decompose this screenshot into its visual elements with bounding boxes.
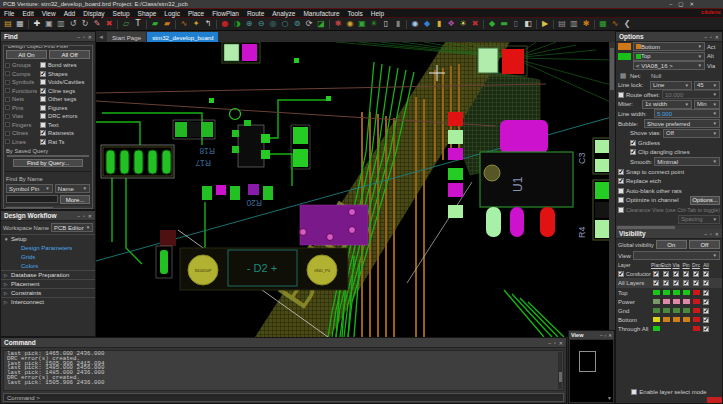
layer-swatch[interactable] — [663, 290, 670, 295]
filter-checkbox[interactable] — [5, 131, 10, 136]
snap-checkbox[interactable] — [618, 169, 624, 175]
clip-dangling-checkbox[interactable] — [630, 149, 636, 155]
menu-item[interactable]: Edit — [22, 10, 33, 17]
close-icon[interactable]: ✕ — [689, 1, 694, 7]
zoom-out-icon[interactable]: ⊖ — [255, 18, 267, 30]
close-icon[interactable]: ✕ — [715, 231, 719, 237]
layer-swatch[interactable] — [673, 308, 680, 313]
route-icon[interactable]: ∿ — [178, 18, 190, 30]
line-width-input[interactable]: 5.000 ▼ — [654, 109, 720, 118]
more-button[interactable]: More... — [60, 195, 90, 204]
component-ic[interactable] — [232, 120, 270, 167]
close-icon[interactable]: ✕ — [559, 340, 563, 346]
chevron-down-icon[interactable]: ▼ — [607, 395, 612, 401]
float-icon[interactable]: ▫ — [83, 213, 85, 219]
close-icon[interactable]: ✕ — [715, 34, 719, 40]
workflow-tree-item[interactable]: ▷ Placement — [1, 279, 95, 288]
name-type-select[interactable]: Symbol Pin ▼ — [6, 184, 53, 193]
tab-back-icon[interactable]: ◄ — [98, 34, 104, 40]
layer-all-checkbox[interactable] — [703, 326, 709, 332]
route-offset-value[interactable]: 10.000 ▼ — [662, 90, 720, 99]
menu-item[interactable]: Tools — [348, 10, 363, 17]
divider[interactable] — [536, 20, 537, 29]
filter-checkbox[interactable] — [5, 122, 10, 127]
view-select[interactable]: ▼ — [633, 251, 720, 260]
pcb-design-canvas[interactable]: BND1 — [96, 42, 615, 337]
layer-swatch[interactable] — [663, 299, 670, 304]
float-icon[interactable]: ▫ — [605, 333, 607, 338]
options-hscrollbar[interactable] — [616, 225, 722, 229]
delete-x-icon[interactable]: ✖ — [103, 18, 115, 30]
menu-item[interactable]: Manufacture — [303, 10, 339, 17]
layer-swatch[interactable] — [683, 290, 690, 295]
menu-item[interactable]: Shape — [138, 10, 157, 17]
component-magenta-large[interactable] — [500, 120, 548, 153]
tab-start-page[interactable]: Start Page — [107, 32, 146, 42]
filter-checkbox[interactable] — [5, 71, 10, 76]
options-button[interactable]: Options... — [690, 196, 720, 205]
export-icon[interactable]: ▤ — [556, 18, 568, 30]
minimize-icon[interactable]: – — [77, 34, 80, 40]
conductors-etch-checkbox[interactable] — [663, 271, 669, 277]
signal-icon[interactable]: ∿ — [609, 18, 621, 30]
close-icon[interactable]: ✕ — [608, 333, 612, 338]
all-layers-plan-checkbox[interactable] — [653, 280, 659, 286]
float-icon[interactable]: ▫ — [710, 231, 712, 237]
filter-checkbox[interactable] — [40, 105, 46, 111]
uturn-icon[interactable]: ↰ — [202, 18, 214, 30]
filter-checkbox[interactable] — [5, 88, 10, 93]
divider[interactable] — [594, 20, 595, 29]
layer-swatch[interactable] — [653, 308, 660, 313]
layer-swatch[interactable] — [693, 326, 700, 331]
divider[interactable] — [117, 20, 118, 29]
layer-swatch[interactable] — [693, 299, 700, 304]
col-via[interactable]: Via — [671, 262, 681, 268]
col-plan[interactable]: Plan — [651, 262, 661, 268]
all-off-button[interactable]: All Off — [49, 50, 90, 59]
slide-icon[interactable]: ✦ — [190, 18, 202, 30]
all-layers-all-checkbox[interactable] — [703, 280, 709, 286]
workflow-tree-item[interactable]: ▷ Database Preparation — [1, 270, 95, 279]
minimize-icon[interactable]: – — [704, 34, 707, 40]
menu-item[interactable]: File — [4, 10, 14, 17]
layer-all-checkbox[interactable] — [703, 308, 709, 314]
gear-icon[interactable]: ✱ — [332, 18, 344, 30]
menu-item[interactable]: Add — [64, 10, 76, 17]
all-layers-pin-checkbox[interactable] — [683, 280, 689, 286]
filter-checkbox[interactable] — [5, 139, 10, 144]
col-all[interactable]: All — [701, 262, 711, 268]
bubble-select[interactable]: Shove preferred ▼ — [644, 119, 720, 128]
all-layers-etch-checkbox[interactable] — [663, 280, 669, 286]
component-connector[interactable] — [101, 145, 174, 178]
float-icon[interactable]: ▫ — [554, 340, 556, 346]
shape-icon[interactable]: ✳ — [368, 18, 380, 30]
grid-icon[interactable]: ▦ — [597, 18, 609, 30]
alternate-layer-select[interactable]: Top ▼ — [633, 52, 705, 61]
component-misc-left[interactable] — [156, 230, 176, 278]
conductors-pin-checkbox[interactable] — [683, 271, 689, 277]
float-icon[interactable]: ▫ — [710, 34, 712, 40]
minimize-icon[interactable]: – — [600, 333, 603, 338]
workflow-tree-item[interactable]: ▼ Setup — [1, 234, 95, 243]
visibility-eye-icon[interactable]: ◉ — [409, 18, 421, 30]
doc-icon[interactable]: ▮ — [392, 18, 404, 30]
layer-swatch[interactable] — [693, 308, 700, 313]
zoom-previous-icon[interactable]: ○ — [279, 18, 291, 30]
via-select[interactable]: < VIA08_16 > ▼ — [633, 61, 705, 70]
component-u1[interactable]: U1 — [480, 152, 573, 207]
gridless-checkbox[interactable] — [630, 140, 636, 146]
layer-column-header[interactable]: Layer — [618, 262, 651, 268]
add-pad-icon[interactable]: ▰ — [161, 18, 173, 30]
clearance-view-checkbox[interactable] — [618, 207, 624, 213]
highlight-icon[interactable]: ▮ — [433, 18, 445, 30]
col-etch[interactable]: Etch — [661, 262, 671, 268]
menu-item[interactable]: Route — [247, 10, 264, 17]
redraw-icon[interactable]: ⟳ — [303, 18, 315, 30]
conductors-plan-checkbox[interactable] — [653, 271, 659, 277]
menu-item[interactable]: View — [42, 10, 56, 17]
workflow-tree-item[interactable]: ▷ Interconnect — [1, 297, 95, 306]
divider[interactable] — [175, 20, 176, 29]
zoom-fit-icon[interactable]: ◎ — [267, 18, 279, 30]
component-top[interactable] — [222, 42, 260, 63]
close-icon[interactable]: ✕ — [88, 34, 92, 40]
